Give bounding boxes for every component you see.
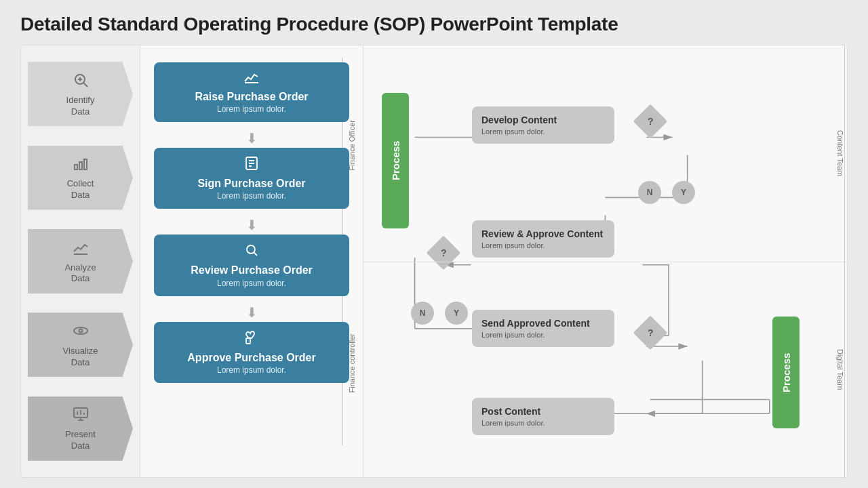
review-approve-title: Review & Approve Content [481, 228, 605, 240]
circle-n-mid: N [411, 302, 434, 325]
sign-po-title: Sign Purchase Order [165, 177, 338, 190]
arrow-1: ⬇ [154, 130, 349, 146]
svg-rect-4 [75, 165, 77, 169]
page-title: Detailed Standard Operating Procedure (S… [20, 14, 848, 35]
svg-point-21 [247, 245, 255, 253]
page: Detailed Standard Operating Procedure (S… [0, 0, 868, 488]
chevron-identify[interactable]: IdentifyData [28, 62, 133, 126]
process-label-bottom: Process [772, 317, 800, 428]
chevron-present[interactable]: PresentData [28, 396, 133, 461]
chevron-panel: IdentifyData CollectData [21, 45, 140, 477]
chevron-visualize[interactable]: VisualizeData [28, 312, 133, 377]
develop-content-title: Develop Content [481, 115, 605, 126]
review-po-box: Review Purchase Order Lorem ipsum dolor. [154, 235, 349, 296]
present-icon [73, 406, 89, 426]
approve-po-title: Approve Purchase Order [165, 351, 338, 364]
collect-label: CollectData [67, 178, 94, 201]
main-content: IdentifyData CollectData [20, 45, 848, 478]
sign-po-box: Sign Purchase Order Lorem ipsum dolor. [154, 148, 349, 209]
approve-po-sub: Lorem ipsum dolor. [165, 365, 338, 375]
svg-point-9 [79, 329, 82, 332]
develop-content-box: Develop Content Lorem ipsum dolor. [472, 106, 614, 144]
post-content-sub: Lorem ipsum dolor. [481, 419, 605, 427]
content-team-label: Content Team [836, 45, 845, 262]
visualize-label: VisualizeData [63, 346, 98, 369]
raise-po-sub: Lorem ipsum dolor. [165, 104, 338, 114]
svg-rect-6 [84, 159, 87, 169]
identify-label: IdentifyData [66, 95, 95, 118]
right-panel: Content Team Digital Team [363, 45, 847, 477]
review-approve-sub: Lorem ipsum dolor. [481, 241, 605, 249]
digital-team-label: Digital Team [836, 262, 845, 478]
diamond-q1: ? [633, 104, 668, 139]
raise-po-box: Raise Purchase Order Lorem ipsum dolor. [154, 62, 349, 122]
arrow-2: ⬇ [154, 217, 349, 233]
present-label: PresentData [65, 429, 96, 452]
chevron-analyze[interactable]: AnalyzeData [28, 229, 133, 293]
post-content-title: Post Content [481, 406, 605, 418]
review-po-title: Review Purchase Order [165, 264, 338, 277]
process-label-top: Process [382, 93, 409, 228]
send-approved-sub: Lorem ipsum dolor. [481, 331, 605, 339]
send-approved-box: Send Approved Content Lorem ipsum dolor. [472, 310, 614, 347]
svg-line-22 [254, 253, 258, 256]
review-po-icon [165, 243, 338, 261]
arrow-3: ⬇ [154, 304, 349, 321]
collect-icon [73, 155, 89, 176]
h-divider [363, 262, 847, 262]
raise-po-icon [165, 70, 338, 87]
circle-y-top: Y [672, 181, 695, 204]
diamond-q2: ? [427, 236, 461, 270]
circle-y-mid: Y [445, 302, 468, 325]
middle-panel: Finance Officer Finance controller Raise… [140, 45, 363, 477]
approve-po-box: Approve Purchase Order Lorem ipsum dolor… [154, 322, 349, 383]
svg-line-1 [83, 83, 87, 87]
identify-icon [73, 72, 89, 92]
sign-po-icon [165, 156, 338, 174]
review-po-sub: Lorem ipsum dolor. [165, 279, 338, 288]
svg-rect-23 [246, 338, 250, 344]
svg-rect-5 [79, 162, 82, 169]
circle-n-top: N [638, 181, 661, 204]
send-approved-title: Send Approved Content [481, 318, 605, 329]
analyze-label: AnalyzeData [64, 262, 96, 285]
post-content-box: Post Content Lorem ipsum dolor. [472, 398, 614, 435]
develop-content-sub: Lorem ipsum dolor. [481, 127, 605, 136]
analyze-icon [73, 239, 89, 260]
chevron-collect[interactable]: CollectData [28, 146, 133, 210]
raise-po-title: Raise Purchase Order [165, 90, 338, 103]
diamond-q3: ? [633, 316, 668, 350]
sign-po-sub: Lorem ipsum dolor. [165, 191, 338, 201]
review-approve-box: Review & Approve Content Lorem ipsum dol… [472, 220, 614, 258]
visualize-icon [73, 323, 89, 343]
approve-po-icon [165, 330, 338, 348]
